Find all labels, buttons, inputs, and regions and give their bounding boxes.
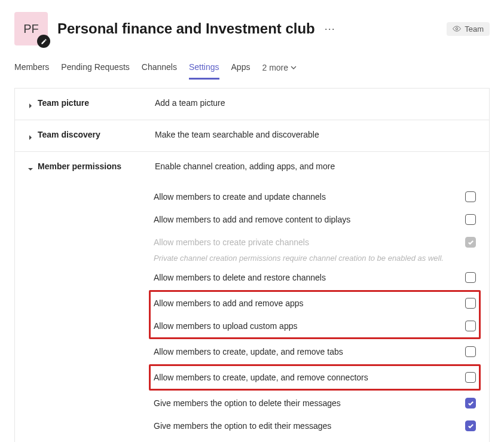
tab-members[interactable]: Members: [14, 62, 49, 79]
permission-checkbox[interactable]: [465, 321, 476, 331]
permission-row: Give members the option to edit their me…: [154, 414, 476, 437]
permission-row: Allow members to add and remove apps: [154, 292, 476, 315]
permission-checkbox[interactable]: [465, 372, 476, 383]
permission-checkbox: [465, 237, 476, 248]
page-title: Personal finance and Investment club: [57, 20, 315, 37]
permission-checkbox[interactable]: [465, 298, 476, 309]
permission-label: Allow members to add and remove apps: [154, 298, 458, 308]
section-member-permissions: Member permissions Enable channel creati…: [15, 152, 489, 442]
highlight-box: Allow members to add and remove appsAllo…: [149, 290, 481, 339]
permission-row: Allow members to create, update, and rem…: [154, 366, 476, 389]
permission-checkbox[interactable]: [465, 191, 476, 202]
permission-label: Allow members to create private channels: [154, 237, 458, 247]
highlight-box: Allow members to create, update, and rem…: [149, 364, 481, 391]
section-desc-permissions: Enable channel creation, adding apps, an…: [155, 161, 335, 171]
permission-label: Give members the option to delete their …: [154, 398, 458, 408]
permission-row: Allow members to create, update, and rem…: [154, 340, 476, 363]
permission-row: Give members the option to delete their …: [154, 392, 476, 414]
eye-icon: [453, 25, 461, 33]
permission-row: Allow members to upload custom apps: [154, 315, 476, 337]
permission-label: Allow members to upload custom apps: [154, 321, 458, 331]
caret-right-icon[interactable]: [28, 100, 34, 110]
settings-panel: Team picture Add a team picture Team dis…: [14, 88, 490, 442]
tabs-nav: Members Pending Requests Channels Settin…: [0, 45, 504, 80]
permission-row: Allow members to add and remove content …: [154, 208, 476, 231]
permission-label: Allow members to create, update, and rem…: [154, 347, 458, 356]
permission-label: Give members the option to edit their me…: [154, 421, 458, 431]
caret-right-icon[interactable]: [28, 132, 34, 142]
permission-row: Allow members to delete and restore chan…: [154, 266, 476, 289]
more-actions-icon[interactable]: ···: [322, 20, 338, 38]
page-header: PF Personal finance and Investment club …: [0, 0, 504, 45]
edit-avatar-icon[interactable]: [37, 35, 50, 48]
permission-checkbox[interactable]: [465, 346, 476, 357]
section-team-discovery: Team discovery Make the team searchable …: [15, 120, 489, 152]
permission-checkbox[interactable]: [465, 272, 476, 283]
section-team-picture: Team picture Add a team picture: [15, 89, 489, 120]
permissions-list: Allow members to create and update chann…: [154, 185, 476, 437]
permission-label: Allow members to create, update, and rem…: [154, 373, 458, 382]
permission-checkbox[interactable]: [465, 398, 476, 409]
section-title-permissions[interactable]: Member permissions: [38, 161, 151, 171]
team-visibility-pill[interactable]: Team: [447, 22, 490, 36]
team-avatar[interactable]: PF: [14, 12, 48, 45]
tab-apps[interactable]: Apps: [231, 62, 251, 79]
section-desc-picture: Add a team picture: [155, 98, 225, 108]
caret-down-icon[interactable]: [28, 164, 34, 173]
section-title-picture[interactable]: Team picture: [38, 98, 151, 108]
permission-hint: Private channel creation permissions req…: [154, 254, 476, 266]
tab-settings[interactable]: Settings: [189, 62, 219, 80]
permission-row: Allow members to create and update chann…: [154, 185, 476, 208]
tab-channels[interactable]: Channels: [142, 62, 177, 79]
chevron-down-icon: [291, 65, 297, 71]
permission-row: Allow members to create private channels: [154, 231, 476, 254]
tab-more[interactable]: 2 more: [262, 62, 297, 79]
section-title-discovery[interactable]: Team discovery: [38, 130, 151, 139]
permission-label: Allow members to create and update chann…: [154, 192, 458, 202]
tab-pending-requests[interactable]: Pending Requests: [61, 62, 129, 79]
tab-more-label: 2 more: [262, 63, 288, 72]
permission-label: Allow members to delete and restore chan…: [154, 273, 458, 282]
svg-point-0: [456, 28, 458, 30]
permission-checkbox[interactable]: [465, 420, 476, 431]
team-pill-label: Team: [465, 25, 484, 33]
permission-checkbox[interactable]: [465, 214, 476, 225]
section-desc-discovery: Make the team searchable and discoverabl…: [155, 130, 319, 139]
permission-label: Allow members to add and remove content …: [154, 215, 458, 224]
